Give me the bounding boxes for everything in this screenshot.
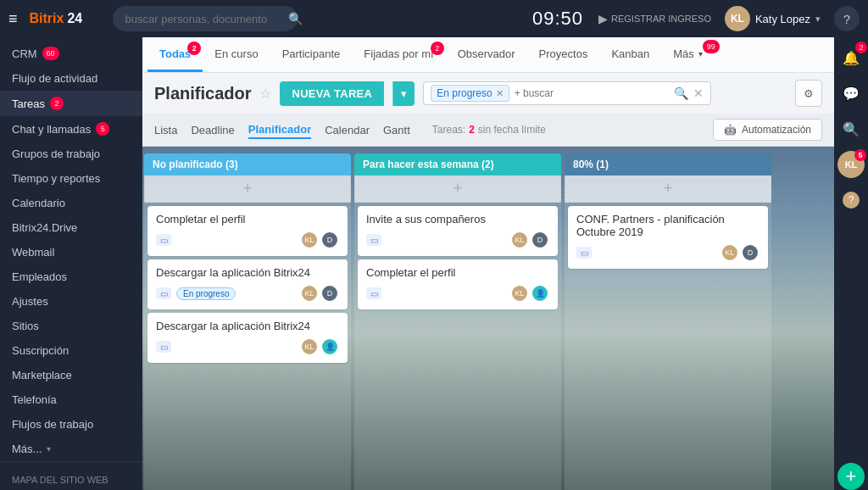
- tab-todas[interactable]: Todas 2: [147, 37, 203, 72]
- card-descargar-app-2[interactable]: Descargar la aplicación Bitrix24 ▭ KL 👤: [147, 313, 348, 363]
- chat-button[interactable]: 💬: [837, 80, 865, 107]
- tab-proyectos[interactable]: Proyectos: [527, 37, 600, 72]
- add-fab-button[interactable]: +: [837, 463, 865, 490]
- help-button[interactable]: ?: [834, 6, 860, 31]
- kanban-empty-space: [773, 153, 834, 490]
- card-completar-perfil[interactable]: Completar el perfil ▭ KL D: [147, 206, 348, 256]
- card-avatars: KL D: [510, 231, 549, 249]
- subview-bar: Lista Deadline Planificador Calendar Gan…: [142, 114, 834, 147]
- sidebar-item-settings[interactable]: Ajustes: [0, 289, 142, 314]
- new-task-dropdown-button[interactable]: ▾: [392, 81, 415, 106]
- search-input[interactable]: [113, 6, 298, 31]
- col-add-button-2[interactable]: +: [354, 175, 561, 203]
- sidebar-item-workflows[interactable]: Flujos de trabajo: [0, 412, 142, 437]
- chat-icon: 💬: [843, 86, 860, 102]
- avatar-d: D: [320, 231, 339, 249]
- sidebar-item-more[interactable]: Más... ▾: [0, 437, 142, 461]
- col-add-button-1[interactable]: +: [144, 175, 351, 203]
- sitemap-link[interactable]: MAPA DEL SITIO WEB: [0, 471, 142, 489]
- todas-badge: 2: [187, 42, 201, 55]
- card-invite-companeros[interactable]: Invite a sus compañeros ▭ KL D: [358, 206, 558, 256]
- tasks-info-suffix: sin fecha límite: [478, 124, 546, 136]
- sidebar-item-label: Chat y llamadas: [12, 123, 91, 136]
- tab-label: Participante: [282, 47, 341, 60]
- col-cards-2: Invite a sus compañeros ▭ KL D Completar…: [354, 203, 561, 490]
- notifications-button[interactable]: 🔔 2: [837, 44, 865, 71]
- help-icon-button[interactable]: ?: [837, 187, 865, 214]
- card-title: Invite a sus compañeros: [366, 213, 549, 226]
- subview-deadline[interactable]: Deadline: [191, 122, 234, 138]
- sidebar-item-telephony[interactable]: Telefonía: [0, 387, 142, 412]
- tab-participante[interactable]: Participante: [270, 37, 353, 72]
- question-icon: ?: [843, 192, 860, 209]
- logo: Bitrix 24: [30, 11, 106, 26]
- tab-fijadas[interactable]: Fijadas por mí 2: [352, 37, 445, 72]
- tab-kanban[interactable]: Kanban: [599, 37, 661, 72]
- sidebar-item-label: Bitrix24.Drive: [12, 221, 77, 234]
- new-task-button[interactable]: NUEVA TAREA: [280, 81, 384, 106]
- sidebar-item-activity[interactable]: Flujo de actividad: [0, 66, 142, 91]
- tab-label: Más: [673, 47, 694, 60]
- sidebar-item-groups[interactable]: Grupos de trabajo: [0, 142, 142, 166]
- user-menu[interactable]: KL Katy Lopez ▾: [725, 6, 821, 31]
- card-completar-perfil-2[interactable]: Completar el perfil ▭ KL 👤: [358, 259, 558, 309]
- subview-planificador[interactable]: Planificador: [248, 121, 311, 139]
- tasks-info-label: Tareas:: [432, 124, 465, 136]
- logo-bitrix: Bitrix: [30, 11, 64, 26]
- settings-button[interactable]: ⚙: [795, 80, 822, 107]
- filter-remove-button[interactable]: ✕: [496, 88, 504, 99]
- sidebar-item-label: CRM: [12, 47, 37, 60]
- more-arrow: ▾: [47, 444, 51, 454]
- star-icon[interactable]: ☆: [259, 86, 271, 102]
- filter-search-icon[interactable]: 🔍: [674, 86, 688, 100]
- card-attach-icon: ▭: [366, 287, 381, 299]
- avatar-d: D: [741, 243, 760, 262]
- user-avatar-button[interactable]: KL 5: [837, 151, 865, 178]
- sidebar-item-webmail[interactable]: Webmail: [0, 240, 142, 264]
- sidebar-item-calendar[interactable]: Calendario: [0, 191, 142, 215]
- automation-button[interactable]: 🤖 Automatización: [713, 119, 822, 141]
- tab-label: Observador: [458, 47, 515, 60]
- sidebar-item-drive[interactable]: Bitrix24.Drive: [0, 215, 142, 240]
- sidebar-item-time[interactable]: Tiempo y reportes: [0, 166, 142, 191]
- subview-calendar[interactable]: Calendar: [325, 122, 370, 138]
- search-button[interactable]: 🔍: [837, 115, 865, 142]
- mas-badge: 99: [703, 40, 720, 53]
- sidebar-item-crm[interactable]: CRM 60: [0, 41, 142, 66]
- tab-observador[interactable]: Observador: [446, 37, 527, 72]
- subview-lista[interactable]: Lista: [154, 122, 177, 138]
- right-icon-list: 🔔 2 💬 🔍 KL 5 ?: [834, 37, 868, 214]
- subview-gantt[interactable]: Gantt: [383, 122, 410, 138]
- avatar-kl: KL: [721, 243, 739, 262]
- sidebar-item-label: Marketplace: [12, 369, 72, 381]
- tab-mas[interactable]: Más ▾ 99: [661, 37, 715, 72]
- register-button[interactable]: ▶ REGISTRAR INGRESO: [598, 12, 711, 25]
- page-title: Planificador: [154, 84, 251, 103]
- sidebar-item-label: Más...: [12, 443, 42, 455]
- card-conf-partners[interactable]: CONF. Partners - planificación Octubre 2…: [568, 206, 768, 269]
- sidebar-item-label: Flujos de trabajo: [12, 418, 93, 431]
- card-avatars: KL 👤: [510, 284, 549, 303]
- card-row: ▭ KL 👤: [366, 284, 549, 303]
- sidebar-item-employees[interactable]: Empleados: [0, 264, 142, 289]
- sidebar-item-label: Empleados: [12, 270, 67, 283]
- avatar-kl: KL: [300, 284, 319, 303]
- sidebar-item-tasks[interactable]: Tareas 2: [0, 91, 142, 116]
- sidebar-item-sites[interactable]: Sitios: [0, 314, 142, 338]
- col-add-button-3[interactable]: +: [565, 175, 771, 203]
- kanban-col-no-planificado: No planificado (3) + Completar el perfil…: [144, 153, 351, 490]
- card-descargar-app[interactable]: Descargar la aplicación Bitrix24 ▭ En pr…: [147, 259, 348, 309]
- sidebar-item-subscription[interactable]: Suscripción: [0, 338, 142, 363]
- tab-encurso[interactable]: En curso: [203, 37, 270, 72]
- sidebar-item-marketplace[interactable]: Marketplace: [0, 363, 142, 387]
- card-attach-icon: ▭: [156, 341, 171, 353]
- hamburger-button[interactable]: ≡: [8, 10, 18, 28]
- filter-search-input[interactable]: [515, 87, 670, 99]
- topbar: ≡ Bitrix 24 🔍 09:50 ▶ REGISTRAR INGRESO …: [0, 0, 868, 37]
- card-avatars: KL 👤: [300, 337, 339, 356]
- search-wrap: 🔍: [113, 6, 312, 31]
- sidebar-bottom: MAPA DEL SITIO WEB CONFIGURACIÓN DE MENÚ…: [0, 461, 142, 490]
- tabs-strip: Todas 2 En curso Participante Fijadas po…: [142, 37, 834, 73]
- sidebar-item-chat[interactable]: Chat y llamadas 5: [0, 116, 142, 142]
- filter-clear-icon[interactable]: ✕: [693, 86, 704, 100]
